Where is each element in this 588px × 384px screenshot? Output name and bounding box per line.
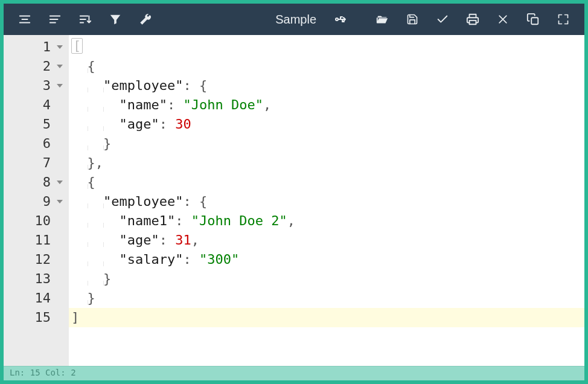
gutter: 123456789101112131415: [4, 35, 69, 366]
copy-button[interactable]: [518, 4, 548, 35]
code-line[interactable]: {: [69, 57, 584, 76]
line-number: 11: [4, 231, 69, 250]
line-number: 10: [4, 211, 69, 231]
line-number: 3: [4, 76, 69, 95]
code-line[interactable]: {: [69, 173, 584, 192]
fold-toggle-icon[interactable]: [57, 45, 63, 49]
line-number: 7: [4, 153, 69, 173]
code-line[interactable]: "age": 31,: [69, 231, 584, 250]
code-line[interactable]: "age": 30: [69, 115, 584, 134]
line-number: 2: [4, 57, 69, 76]
line-number: 6: [4, 134, 69, 153]
line-number: 5: [4, 115, 69, 134]
line-number: 15: [4, 308, 69, 327]
line-number: 8: [4, 173, 69, 192]
code-line[interactable]: "employee": {: [69, 76, 584, 95]
sample-button[interactable]: Sample: [268, 4, 326, 35]
code-line[interactable]: ]: [69, 308, 584, 327]
line-number: 14: [4, 289, 69, 308]
fullscreen-button[interactable]: [548, 4, 578, 35]
code-line[interactable]: "salary": "300": [69, 250, 584, 269]
svg-rect-1: [470, 21, 476, 24]
line-number: 1: [4, 37, 69, 57]
sort-button[interactable]: [70, 4, 100, 35]
code-line[interactable]: "employee": {: [69, 192, 584, 211]
print-button[interactable]: [458, 4, 488, 35]
line-number: 13: [4, 269, 69, 289]
tools-button[interactable]: [130, 4, 161, 35]
validate-button[interactable]: [427, 4, 458, 35]
fold-toggle-icon[interactable]: [57, 65, 63, 68]
code-line[interactable]: }: [69, 134, 584, 153]
toolbar: Sample: [4, 4, 584, 35]
line-number: 4: [4, 95, 69, 115]
status-bar: Ln: 15 Col: 2: [4, 366, 584, 380]
code-line[interactable]: [: [69, 37, 584, 57]
fold-toggle-icon[interactable]: [57, 84, 63, 88]
svg-rect-2: [531, 18, 538, 24]
code-area[interactable]: [ { "employee": { "name": "John Doe", "a…: [69, 35, 584, 366]
open-button[interactable]: [367, 4, 397, 35]
code-line[interactable]: "name": "John Doe",: [69, 95, 584, 115]
code-line[interactable]: }: [69, 269, 584, 289]
clear-button[interactable]: [488, 4, 518, 35]
line-number: 9: [4, 192, 69, 211]
fold-toggle-icon[interactable]: [57, 200, 63, 203]
line-number: 12: [4, 250, 69, 269]
format-compact-button[interactable]: [10, 4, 40, 35]
fold-toggle-icon[interactable]: [57, 181, 63, 184]
filter-button[interactable]: [100, 4, 130, 35]
code-line[interactable]: },: [69, 153, 584, 173]
format-pretty-button[interactable]: [40, 4, 70, 35]
code-line[interactable]: }: [69, 289, 584, 308]
usb-icon[interactable]: [326, 4, 356, 35]
save-button[interactable]: [397, 4, 427, 35]
code-line[interactable]: "name1": "John Doe 2",: [69, 211, 584, 231]
code-editor[interactable]: 123456789101112131415 [ { "employee": { …: [4, 35, 584, 366]
